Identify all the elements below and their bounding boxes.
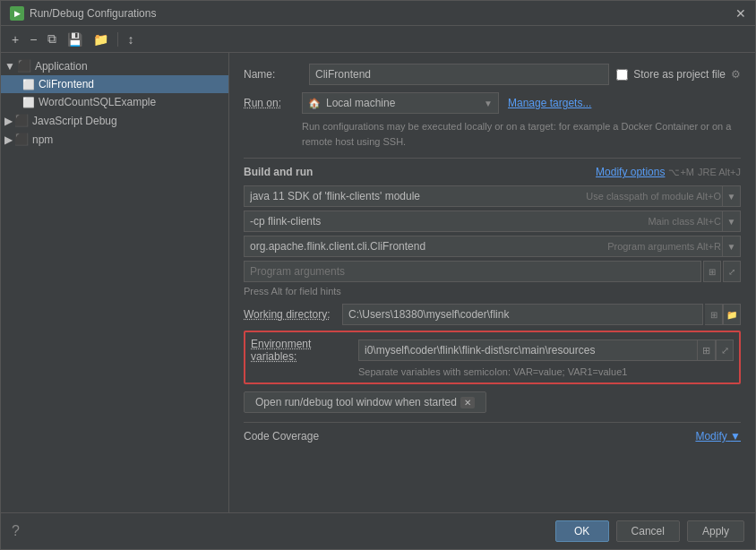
cp-row: Main class Alt+C ▼ xyxy=(244,211,741,232)
toolbar: + − ⧉ 💾 📁 ↕ xyxy=(1,26,755,53)
env-hint: Separate variables with semicolon: VAR=v… xyxy=(251,366,734,377)
dropdown-arrow-icon: ▼ xyxy=(484,99,493,108)
expand-icon-js: ▶ xyxy=(4,115,13,127)
store-gear-icon[interactable]: ⚙ xyxy=(731,68,741,81)
env-icon-btn[interactable]: ⊞ xyxy=(698,339,716,361)
close-tag[interactable]: ✕ xyxy=(460,397,475,408)
npm-label: npm xyxy=(32,133,53,146)
copy-button[interactable]: ⧉ xyxy=(44,30,60,48)
wc-label: WordCountSQLExample xyxy=(39,96,156,108)
working-dir-label: Working directory: xyxy=(244,308,342,321)
modify-link[interactable]: Modify ▼ xyxy=(695,430,741,443)
main-class-row: Program arguments Alt+R ▼ xyxy=(244,236,741,257)
help-button[interactable]: ? xyxy=(12,523,20,539)
modify-options-link[interactable]: Modify options xyxy=(596,166,665,178)
info-text: Run configurations may be executed local… xyxy=(244,119,741,149)
name-input[interactable] xyxy=(309,64,609,85)
cli-icon: ⬜ xyxy=(22,79,35,90)
store-label: Store as project file xyxy=(633,68,726,81)
close-button[interactable]: ✕ xyxy=(735,6,746,21)
shortcut-hint: ⌥+M xyxy=(668,167,694,178)
modify-arrow-icon: ▼ xyxy=(730,430,741,443)
program-args-icon-btn[interactable]: ⊞ xyxy=(703,261,721,282)
sidebar: ▼ ⬛ Application ⬜ CliFrontend ⬜ WordCoun… xyxy=(1,53,229,512)
dialog-title: Run/Debug Configurations xyxy=(30,7,156,20)
main-class-input[interactable] xyxy=(244,236,723,257)
sdk-dropdown-btn[interactable]: ▼ xyxy=(723,185,741,207)
code-coverage-label: Code Coverage xyxy=(244,430,319,443)
run-debug-dialog: ▶ Run/Debug Configurations ✕ + − ⧉ 💾 📁 ↕… xyxy=(0,0,756,550)
wc-icon: ⬜ xyxy=(22,97,35,108)
run-on-row: Run on: 🏠 Local machine ▼ Manage targets… xyxy=(244,92,741,114)
env-section: Environment variables: ⊞ ⤢ Separate vari… xyxy=(244,331,741,384)
sdk-row: Use classpath of module Alt+O ▼ xyxy=(244,185,741,207)
js-icon: ⬛ xyxy=(14,114,29,127)
program-args-input[interactable] xyxy=(244,261,701,282)
cp-input[interactable] xyxy=(244,211,723,232)
build-run-section-header: Build and run Modify options ⌥+M JRE Alt… xyxy=(244,158,741,178)
sidebar-item-npm[interactable]: ▶ ⬛ npm xyxy=(1,130,228,149)
expand-icon-application: ▼ xyxy=(4,60,15,73)
env-input-wrapper: ⊞ ⤢ xyxy=(358,339,734,361)
cli-label: CliFrontend xyxy=(39,78,94,90)
name-row: Name: Store as project file ⚙ xyxy=(244,64,741,85)
env-label: Environment variables: xyxy=(251,338,358,363)
run-on-dropdown[interactable]: 🏠 Local machine ▼ xyxy=(302,92,499,114)
env-expand-btn[interactable]: ⤢ xyxy=(716,339,734,361)
working-dir-row: Working directory: ⊞ 📁 xyxy=(244,304,741,325)
cp-dropdown-btn[interactable]: ▼ xyxy=(723,211,741,232)
title-bar: ▶ Run/Debug Configurations ✕ xyxy=(1,1,755,26)
run-on-label: Run on: xyxy=(244,97,302,109)
code-coverage-row: Code Coverage Modify ▼ xyxy=(244,422,741,443)
sort-button[interactable]: ↕ xyxy=(124,30,137,48)
modify-label: Modify xyxy=(695,430,726,443)
run-on-value: Local machine xyxy=(326,97,395,109)
sidebar-item-js-debug[interactable]: ▶ ⬛ JavaScript Debug xyxy=(1,111,228,130)
working-dir-folder-btn[interactable]: 📁 xyxy=(723,304,741,325)
open-tool-row: Open run/debug tool window when started … xyxy=(244,391,741,413)
application-group-label: Application xyxy=(35,60,88,73)
env-input[interactable] xyxy=(358,339,698,361)
title-bar-left: ▶ Run/Debug Configurations xyxy=(10,6,156,21)
save-button[interactable]: 💾 xyxy=(64,30,86,48)
js-label: JavaScript Debug xyxy=(32,115,117,127)
main-panel: Name: Store as project file ⚙ Run on: 🏠 … xyxy=(229,53,755,512)
sdk-input[interactable] xyxy=(244,185,723,207)
remove-button[interactable]: − xyxy=(26,30,40,48)
folder-button[interactable]: 📁 xyxy=(90,30,112,48)
press-alt-text: Press Alt for field hints xyxy=(244,286,741,296)
store-row: Store as project file ⚙ xyxy=(616,68,741,81)
expand-icon-npm: ▶ xyxy=(4,133,13,146)
sidebar-item-application[interactable]: ▼ ⬛ Application xyxy=(1,56,228,75)
working-dir-icon-btn[interactable]: ⊞ xyxy=(705,304,723,325)
application-group-icon: ⬛ xyxy=(17,59,31,73)
npm-icon: ⬛ xyxy=(14,133,29,146)
sidebar-item-wordcount[interactable]: ⬜ WordCountSQLExample xyxy=(1,93,228,111)
add-button[interactable]: + xyxy=(8,30,22,48)
open-tool-label: Open run/debug tool window when started xyxy=(255,396,457,408)
sidebar-item-clifrontend[interactable]: ⬜ CliFrontend xyxy=(1,75,228,93)
ok-button[interactable]: OK xyxy=(555,520,609,542)
name-label: Name: xyxy=(244,68,302,81)
store-checkbox[interactable] xyxy=(616,69,628,81)
dialog-icon: ▶ xyxy=(10,6,24,21)
home-icon: 🏠 xyxy=(308,98,321,109)
open-tool-btn[interactable]: Open run/debug tool window when started … xyxy=(244,391,486,413)
cancel-button[interactable]: Cancel xyxy=(616,520,680,542)
jre-hint: JRE Alt+J xyxy=(698,167,741,177)
content-area: ▼ ⬛ Application ⬜ CliFrontend ⬜ WordCoun… xyxy=(1,53,755,512)
env-row: Environment variables: ⊞ ⤢ xyxy=(251,338,734,363)
working-dir-input[interactable] xyxy=(342,304,703,325)
footer: ? OK Cancel Apply xyxy=(1,512,755,549)
program-args-expand-btn[interactable]: ⤢ xyxy=(723,261,741,282)
build-run-label: Build and run xyxy=(244,166,313,178)
modify-options-area: Modify options ⌥+M JRE Alt+J xyxy=(596,166,741,178)
main-class-dropdown-btn[interactable]: ▼ xyxy=(723,236,741,257)
manage-targets-link[interactable]: Manage targets... xyxy=(508,97,591,109)
toolbar-divider xyxy=(117,32,118,47)
program-args-row: ⊞ ⤢ xyxy=(244,261,741,282)
apply-button[interactable]: Apply xyxy=(687,520,744,542)
program-args-actions: ⊞ ⤢ xyxy=(703,261,741,282)
